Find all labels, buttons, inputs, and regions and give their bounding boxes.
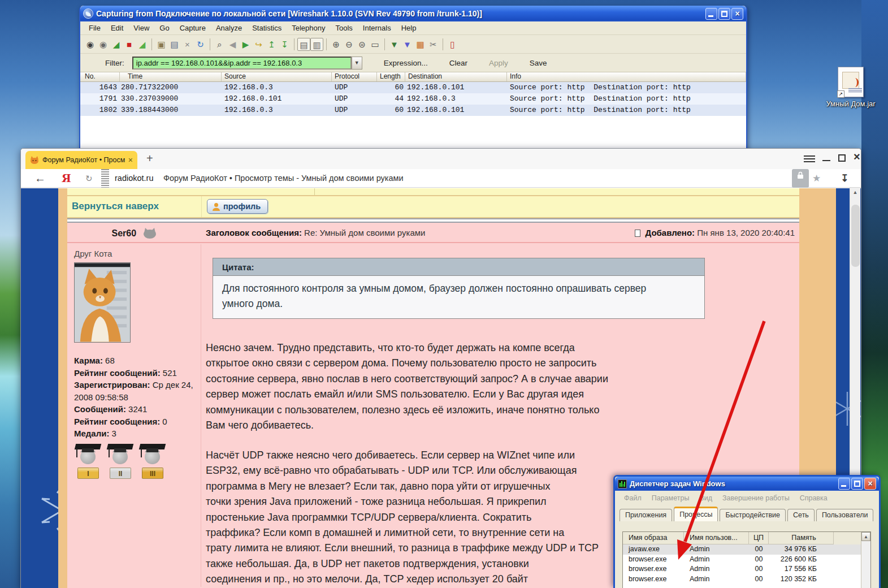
apply-button[interactable]: Apply [489,59,508,67]
list-interfaces-icon[interactable]: ◉ [84,38,97,51]
process-row[interactable]: browser.exeAdmin00226 600 КБ [623,555,870,565]
process-row[interactable]: browser.exeAdmin0017 556 КБ [623,564,870,574]
post-page-icon[interactable] [635,230,640,237]
expression-button[interactable]: Expression... [384,59,428,67]
colorize-toggle-icon[interactable]: ▤ [297,38,310,51]
yandex-logo-icon[interactable]: Я [62,169,71,188]
process-row[interactable]: browser.exeAdmin00120 352 КБ [623,574,870,585]
go-top-icon[interactable]: ↥ [265,38,278,51]
minimize-button[interactable] [705,8,717,20]
close-file-icon[interactable]: × [181,38,194,51]
wireshark-titlebar[interactable]: Capturing from Подключение по локальной … [80,6,746,21]
tm-tab-сеть[interactable]: Сеть [787,509,815,521]
menu-internals[interactable]: Internals [358,23,396,33]
browser-minimize-button[interactable] [822,153,830,161]
menu-tools[interactable]: Tools [330,23,357,33]
download-icon[interactable]: ↧ [841,169,848,188]
tm-column-mem[interactable]: Память [769,532,834,544]
go-to-packet-icon[interactable]: ↪ [252,38,265,51]
column-header-info[interactable]: Info [507,72,746,81]
tm-column-name[interactable]: Имя образа [623,532,684,544]
column-header-source[interactable]: Source [222,72,332,81]
column-header-time[interactable]: Time [120,72,222,81]
back-icon[interactable]: ← [34,169,46,188]
back-to-top-link[interactable]: Вернуться наверх [72,201,159,212]
capture-filters-icon[interactable]: ▼ [388,38,401,51]
url-page-title[interactable]: Форум РадиоКот • Просмотр темы - Умный д… [163,169,404,188]
menu-statistics[interactable]: Statistics [247,23,287,33]
process-scrollbar[interactable]: ▲ [861,532,870,588]
browser-menu-icon[interactable] [804,155,815,162]
maximize-button[interactable] [718,8,730,20]
save-button[interactable]: Save [530,59,547,67]
browser-tab[interactable]: Форум РадиоКот • Просм × [25,151,137,169]
menu-file[interactable]: File [84,23,106,33]
tab-close-icon[interactable]: × [128,155,133,165]
column-header-no[interactable]: No. [80,72,120,81]
save-file-icon[interactable]: ▤ [168,38,181,51]
restart-capture-icon[interactable]: ◢ [136,38,149,51]
packet-list-header[interactable]: No.TimeSourceProtocolLengthDestinationIn… [80,72,746,82]
new-tab-button[interactable]: + [146,152,153,165]
process-list-header[interactable]: Имя образаИмя пользов...ЦППамять [623,532,870,544]
preferences-icon[interactable]: ✂ [427,38,440,51]
bookmark-star-icon[interactable]: ★ [812,169,821,188]
open-file-icon[interactable]: ▣ [155,38,168,51]
go-forward-icon[interactable]: ▶ [239,38,252,51]
browser-maximize-button[interactable] [838,154,846,162]
zoom-in-icon[interactable]: ⊕ [330,38,343,51]
menu-analyze[interactable]: Analyze [211,23,247,33]
profile-button[interactable]: профиль [207,199,268,214]
security-lock-icon[interactable] [792,169,809,188]
coloring-rules-icon[interactable]: ▦ [414,38,427,51]
packet-row[interactable]: 1791330.237039000192.168.0.101UDP44192.1… [80,93,746,105]
tm-menu-файл[interactable]: Файл [620,493,646,503]
menu-help[interactable]: Help [396,23,422,33]
filter-input[interactable]: ip.addr == 192.168.0.101&&ip.addr == 192… [132,57,352,70]
scrollbar-thumb[interactable] [851,205,860,267]
menu-capture[interactable]: Capture [175,23,211,33]
browser-close-button[interactable]: × [854,150,860,163]
menu-go[interactable]: Go [154,23,174,33]
process-row[interactable]: javaw.exeAdmin0034 976 КБ [623,544,870,555]
zoom-out-icon[interactable]: ⊖ [343,38,356,51]
reload-icon[interactable]: ↻ [85,169,93,188]
tm-tab-процессы[interactable]: Процессы [674,507,718,521]
autoscroll-toggle-icon[interactable]: ▥ [310,38,323,51]
tm-tab-приложения[interactable]: Приложения [620,509,672,521]
tm-menu-вид[interactable]: Вид [695,493,717,503]
resize-columns-icon[interactable]: ▭ [369,38,382,51]
reader-mode-icon[interactable] [101,169,109,188]
reload-icon[interactable]: ↻ [194,38,207,51]
stop-capture-icon[interactable]: ■ [123,38,136,51]
packet-row[interactable]: 1643280.717322000192.168.0.3UDP60192.168… [80,82,746,93]
clear-button[interactable]: Clear [449,59,467,67]
tm-menu-справка[interactable]: Справка [795,493,832,503]
author-name[interactable]: Ser60 [111,228,136,238]
find-icon[interactable]: ⌕ [213,38,226,51]
tm-menu-завершение-работы[interactable]: Завершение работы [718,493,794,503]
tm-column-cpu[interactable]: ЦП [749,532,769,544]
menu-telephony[interactable]: Telephony [287,23,330,33]
tm-minimize-button[interactable] [838,478,850,490]
tm-maximize-button[interactable] [851,478,863,490]
tm-tab-быстродействие[interactable]: Быстродействие [720,509,786,521]
menu-edit[interactable]: Edit [106,23,128,33]
process-scroll-up-icon[interactable]: ▲ [861,532,870,541]
zoom-100-icon[interactable]: ⊜ [356,38,369,51]
tm-tab-пользователи[interactable]: Пользователи [816,509,874,521]
start-capture-icon[interactable]: ◢ [110,38,123,51]
task-manager-titlebar[interactable]: Диспетчер задач Windows × [615,477,879,491]
go-back-icon[interactable]: ◀ [226,38,239,51]
desktop-icon-umny-dom-jar[interactable]: ↗ Умный Дом.jar [821,67,881,108]
filter-dropdown-icon[interactable]: ▼ [352,57,362,70]
tm-column-user[interactable]: Имя пользов... [684,532,749,544]
capture-options-icon[interactable]: ◉ [97,38,110,51]
close-button[interactable]: × [731,8,743,20]
menu-view[interactable]: View [128,23,154,33]
url-host[interactable]: radiokot.ru [115,169,154,188]
column-header-protocol[interactable]: Protocol [332,72,377,81]
help-icon[interactable]: ▯ [446,38,459,51]
tm-menu-параметры[interactable]: Параметры [647,493,694,503]
packet-row[interactable]: 1802339.188443000192.168.0.3UDP60192.168… [80,105,746,116]
